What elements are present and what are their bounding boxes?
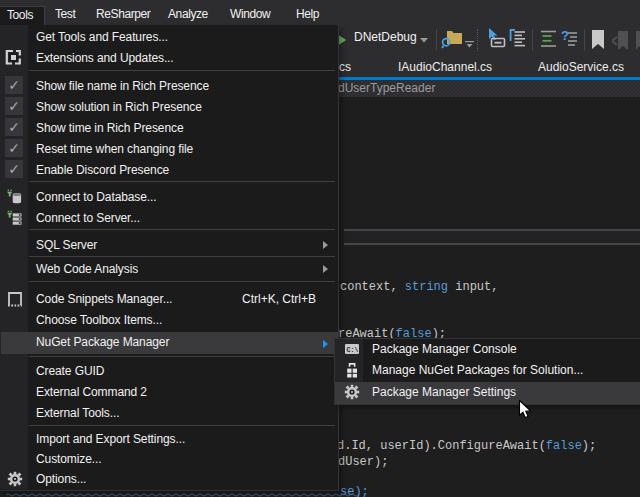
- svg-text:C:\: C:\: [347, 347, 359, 354]
- svg-text:?: ?: [561, 28, 569, 43]
